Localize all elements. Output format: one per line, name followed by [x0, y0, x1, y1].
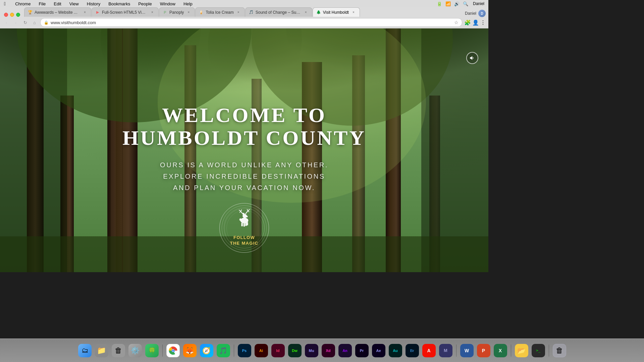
tab-favicon-fullscreen: ▶ [95, 10, 100, 15]
svg-line-37 [247, 209, 248, 211]
tab-close-fullscreen[interactable]: × [150, 10, 155, 15]
wifi-icon: 📶 [445, 1, 451, 6]
lock-icon: 🔒 [44, 20, 49, 25]
menu-people[interactable]: People [137, 1, 153, 7]
browser-toolbar-icons: 🧩 👤 ⋮ [464, 19, 486, 26]
user-name-menu[interactable]: Daniel [472, 1, 486, 6]
subtitle-line1: OURS IS A WORLD UNLIKE ANY OTHER. [160, 161, 328, 169]
elk-icon [235, 209, 254, 227]
ring-inner [224, 208, 265, 248]
tab-close-panoply[interactable]: × [186, 10, 191, 15]
tab-favicon-humboldt: 🌲 [316, 10, 321, 15]
follow-magic-text: FOLLOW THE MAGIC [230, 235, 259, 246]
menu-bookmarks[interactable]: Bookmarks [107, 1, 131, 7]
apple-menu[interactable]:  [3, 1, 7, 7]
tab-favicon-tolia: 🍦 [199, 10, 204, 15]
tab-fullscreen[interactable]: ▶ Full-Screen HTML5 Video ... × [92, 7, 159, 17]
svg-line-32 [239, 211, 240, 213]
svg-line-31 [239, 210, 240, 212]
extensions-icon[interactable]: 🧩 [464, 19, 471, 26]
browser-chrome: 🏆 Awwwards – Website Awar... × ▶ Full-Sc… [0, 7, 488, 28]
tab-title-sound: Sound of Change – Suppor... [256, 10, 301, 15]
tab-visit-humboldt[interactable]: 🌲 Visit Humboldt × [313, 7, 360, 17]
volume-icon: 🔊 [454, 1, 460, 6]
tab-sound-of-change[interactable]: 🎵 Sound of Change – Suppor... × [245, 7, 312, 17]
svg-line-34 [246, 210, 248, 214]
tab-title-awwwards: Awwwards – Website Awar... [35, 10, 80, 15]
site-heading: WELCOME TO HUMBOLDT COUNTY OURS IS A WOR… [122, 104, 366, 193]
close-window-button[interactable] [4, 13, 8, 17]
subtitle-line2: EXPLORE INCREDIBLE DESTINATIONS [163, 173, 325, 180]
subtitle-line3: AND PLAN YOUR VACATION NOW. [173, 184, 315, 191]
menu-history[interactable]: History [86, 1, 102, 7]
ring-inner2 [226, 210, 263, 246]
back-button[interactable]: ‹ [3, 19, 10, 26]
svg-rect-41 [247, 222, 248, 225]
tab-title-panoply: Panoply [169, 10, 184, 15]
user-name-browser: Daniel [465, 11, 476, 16]
tab-close-humboldt[interactable]: × [351, 10, 356, 15]
follow-magic-container[interactable]: FOLLOW THE MAGIC [219, 203, 269, 253]
address-bar-input[interactable]: 🔒 www.visithumboldt.com ☆ [40, 18, 462, 27]
svg-point-28 [245, 216, 248, 218]
tab-title-tolia: Tolia Ice Cream [206, 10, 233, 15]
tab-panoply[interactable]: P Panoply × [159, 7, 195, 17]
forward-button[interactable]: › [12, 19, 19, 26]
menu-file[interactable]: File [37, 1, 47, 7]
tab-close-awwwards[interactable]: × [82, 10, 88, 15]
svg-point-27 [243, 214, 247, 218]
tab-favicon-sound: 🎵 [249, 10, 254, 15]
url-text: www.visithumboldt.com [51, 20, 452, 25]
svg-rect-38 [241, 223, 243, 226]
menubar:  Chrome File Edit View History Bookmark… [0, 0, 488, 7]
menu-chrome[interactable]: Chrome [14, 1, 32, 7]
tab-awwwards[interactable]: 🏆 Awwwards – Website Awar... × [24, 7, 91, 17]
tab-title-fullscreen: Full-Screen HTML5 Video ... [102, 10, 148, 15]
menu-edit[interactable]: Edit [52, 1, 62, 7]
user-avatar: D [478, 10, 486, 17]
svg-rect-39 [243, 223, 245, 227]
menu-help[interactable]: Help [182, 1, 194, 7]
svg-line-36 [248, 210, 249, 212]
tab-favicon-awwwards: 🏆 [28, 10, 33, 15]
svg-point-25 [240, 218, 248, 223]
site-title: WELCOME TO HUMBOLDT COUNTY [122, 104, 366, 149]
tab-favicon-panoply: P [163, 10, 167, 15]
profile-icon[interactable]: 👤 [472, 19, 479, 26]
website-content: WELCOME TO HUMBOLDT COUNTY OURS IS A WOR… [0, 28, 488, 272]
tab-title-humboldt: Visit Humboldt [323, 10, 349, 15]
maximize-window-button[interactable] [16, 13, 20, 17]
search-icon[interactable]: 🔍 [463, 1, 468, 6]
svg-point-29 [243, 213, 245, 216]
follow-magic-button[interactable]: FOLLOW THE MAGIC [219, 203, 269, 253]
home-button[interactable]: ⌂ [31, 19, 38, 26]
minimize-window-button[interactable] [10, 13, 14, 17]
svg-line-33 [240, 210, 241, 212]
sound-button[interactable] [466, 52, 478, 64]
tab-close-sound[interactable]: × [303, 10, 309, 15]
svg-rect-26 [243, 217, 246, 221]
tab-tolia[interactable]: 🍦 Tolia Ice Cream × [195, 7, 245, 17]
menu-dots-icon[interactable]: ⋮ [480, 19, 486, 26]
svg-line-35 [248, 209, 250, 211]
bookmark-star-icon[interactable]: ☆ [454, 20, 459, 25]
svg-line-30 [240, 211, 243, 214]
menu-window[interactable]: Window [159, 1, 177, 7]
address-bar: ‹ › ↻ ⌂ 🔒 www.visithumboldt.com ☆ 🧩 👤 ⋮ [0, 17, 488, 28]
menu-view[interactable]: View [68, 1, 80, 7]
svg-rect-40 [245, 222, 247, 226]
battery-icon: 🔋 [437, 1, 442, 6]
site-subtitle: OURS IS A WORLD UNLIKE ANY OTHER. EXPLOR… [122, 159, 366, 193]
sound-icon [469, 55, 475, 61]
traffic-lights [1, 13, 23, 17]
refresh-button[interactable]: ↻ [21, 19, 29, 26]
svg-point-42 [239, 218, 241, 221]
tab-close-tolia[interactable]: × [236, 10, 241, 15]
